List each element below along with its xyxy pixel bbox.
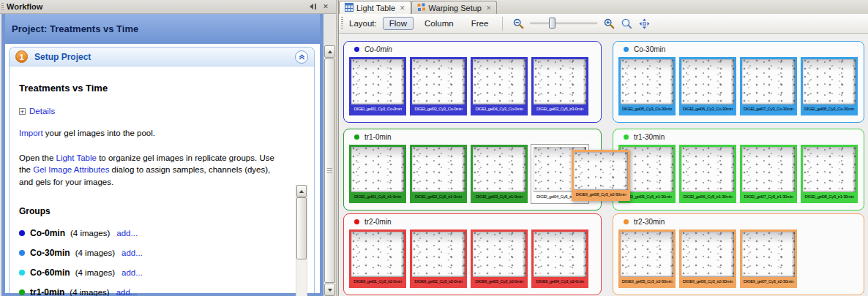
gel-image-tile[interactable]: DIGEII_gel07_Cy3_tr2-30min [740,229,797,288]
gel-image-tile[interactable]: DIGEI_gel07_Cy3_Co-30min [740,57,797,115]
gel-image [803,59,856,105]
tab-label: Warping Setup [429,4,482,12]
gel-image-caption: DIGEI_gel02_Cy5_tr1-0min [412,192,465,201]
scroll-up-button[interactable] [324,45,335,58]
gel-image-tile[interactable]: DIGEII_gel03_Cy3_tr2-0min [471,229,528,288]
gel-image-caption: DIGEI_gel02_Cy3_Co-0min [412,105,465,113]
add-images-link[interactable]: add... [121,268,143,277]
layout-column-button[interactable]: Column [418,17,460,30]
gel-image-tile[interactable]: DIGEII_gel04_Cy3_tr2-0min [531,229,588,288]
group-image-count: (4 images) [75,268,115,277]
gel-image-tile[interactable]: DIGEII_gel01_Cy3_tr2-0min [349,229,406,288]
gel-tiles-row: DIGEII_gel05_Cy3_tr2-30min DIGEII_gel06_… [613,226,864,288]
import-link[interactable]: Import [19,129,43,137]
gel-image-tile[interactable]: DIGEI_gel02_Cy5_tr3-0min [531,57,588,115]
details-toggle[interactable]: + Details [19,107,285,115]
gel-group-box: Co-30min DIGEI_gel05_Cy3_Co-30min DIGEI_… [613,41,864,123]
gel-image-tile[interactable]: DIGEI_gel02_Cy5_tr1-0min [410,145,467,203]
fit-to-window-icon[interactable] [637,17,651,30]
zoom-in-icon[interactable] [602,17,616,30]
gel-image-tile[interactable]: DIGEII_gel06_Cy3_tr2-30min [679,229,736,288]
add-images-link[interactable]: add... [121,248,143,257]
layout-flow-button[interactable]: Flow [383,17,414,30]
light-table-canvas: Co-0min DIGEI_gel01_Cy3_Co-0min DIGEI_ge… [339,34,868,296]
gel-image-tile[interactable]: DIGEI_gel04_Cy3_Co-0min [471,57,528,115]
gel-image-tile[interactable]: DIGEI_gel07_Cy5_tr1-30min [740,145,797,203]
dragged-gel-image-tile[interactable]: DIGEII_gel08_Cy3_tr2-30min [572,150,630,201]
gel-group-header: tr1-30min [613,129,864,141]
group-list-item: Co-30min (4 images) add... [19,248,285,258]
slider-track [530,23,597,26]
light-table-toolbar: Layout: Flow Column Free [339,14,868,34]
gel-image [742,59,795,105]
gel-image-caption: DIGEI_gel02_Cy5_tr3-0min [534,105,586,113]
gel-image-tile[interactable]: DIGEI_gel06_Cy5_tr1-30min [679,145,736,203]
gel-tiles-row: DIGEI_gel05_Cy5_tr1-30min DIGEI_gel06_Cy… [613,141,864,203]
toolbar-grip-handle[interactable] [341,17,343,30]
dock-panel-icon[interactable] [308,3,317,11]
gel-image-attributes-link[interactable]: Gel Image Attributes [33,165,109,174]
gel-image [681,232,734,277]
close-panel-icon[interactable]: ✕ [321,3,330,11]
workflow-scrollbar[interactable] [323,45,336,296]
panel-grip-handle[interactable] [1,3,4,11]
collapse-step-button[interactable] [295,50,308,64]
group-name: tr2-0min [364,218,392,226]
tab-label: Light Table [356,4,395,12]
arrow-up-icon [328,50,332,53]
gel-image-tile[interactable]: DIGEI_gel02_Cy3_Co-0min [410,57,467,115]
gel-image-tile[interactable]: DIGEII_gel05_Cy3_tr2-30min [618,229,676,288]
arrow-up-icon [299,190,304,193]
scrollbar-thumb[interactable] [296,197,307,259]
gel-image-tile[interactable]: DIGEI_gel08_Cy3_Co-30min [801,57,858,115]
add-images-link[interactable]: add... [116,288,138,296]
group-color-bullet [19,230,25,236]
group-name: Co-0min [364,45,392,53]
gel-image [681,147,734,192]
gel-image-tile[interactable]: DIGEI_gel01_Cy5_tr1-0min [349,145,406,203]
content-scrollbar[interactable] [296,185,307,296]
zoom-out-icon[interactable] [512,17,525,30]
gel-image-tile[interactable]: DIGEI_gel05_Cy3_Co-30min [618,57,676,115]
zoom-reset-icon[interactable] [620,17,633,30]
gel-image-tile[interactable]: DIGEI_gel01_Cy3_Co-0min [349,57,406,115]
group-name: Co-30min [30,248,70,258]
tab-close-icon[interactable]: ✕ [486,4,492,12]
gel-image [681,59,734,105]
scrollbar-thumb[interactable] [324,58,335,283]
light-table-link[interactable]: Light Table [56,153,97,162]
tab-light-table[interactable]: Light Table ✕ [339,1,411,14]
scroll-down-button[interactable] [324,284,335,296]
step-title: Setup Project [34,52,91,62]
gel-image-tile[interactable]: DIGEI_gel03_Cy5_tr1-0min [471,145,528,203]
step-setup-project-bar[interactable]: 1 Setup Project [10,48,314,67]
paragraph-text: Open the [19,153,56,162]
workflow-titlebar: Workflow ✕ [0,0,336,14]
group-color-bullet [19,250,25,256]
scroll-up-button[interactable] [296,185,307,197]
group-image-count: (4 images) [70,229,110,238]
group-image-count: (4 images) [70,288,109,296]
gel-image [534,232,586,277]
application-window: Workflow ✕ Project: Treatments vs Time 1… [0,0,868,296]
add-images-link[interactable]: add... [116,229,138,238]
tab-warping-setup[interactable]: Warping Setup ✕ [411,1,498,14]
gel-image-caption: DIGEII_gel07_Cy3_tr2-30min [742,277,795,286]
gel-image-tile[interactable]: DIGEII_gel02_Cy3_tr2-0min [410,229,467,288]
gel-image-caption: DIGEI_gel06_Cy5_tr1-30min [681,192,734,201]
gel-group-box: Co-0min DIGEI_gel01_Cy3_Co-0min DIGEI_ge… [343,41,602,123]
tab-close-icon[interactable]: ✕ [400,4,405,12]
gel-image-tile[interactable]: DIGEI_gel08_Cy5_tr1-30min [801,145,858,203]
gel-image-tile[interactable]: DIGEI_gel06_Cy3_Co-30min [679,57,736,115]
light-table-icon [345,1,353,15]
expand-plus-icon[interactable]: + [19,108,26,115]
zoom-slider[interactable] [530,17,597,30]
gel-image-caption: DIGEII_gel05_Cy3_tr2-30min [621,277,673,286]
setup-project-card: 1 Setup Project Treatments vs Time + Det… [9,47,315,293]
layout-free-button[interactable]: Free [465,17,495,30]
group-name: tr2-30min [634,218,665,226]
zoom-slider-thumb[interactable] [549,18,555,29]
gel-image [574,152,628,190]
details-link[interactable]: Details [29,107,55,115]
layout-label: Layout: [349,19,377,28]
